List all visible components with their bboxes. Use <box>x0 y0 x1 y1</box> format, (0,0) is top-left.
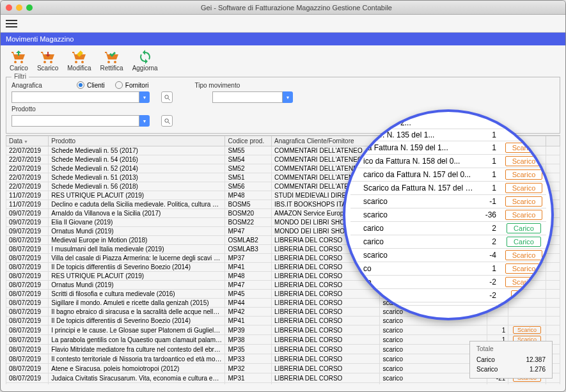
lens-row: carico2Carico <box>350 235 546 249</box>
aggiorna-button[interactable]: Aggiorna <box>129 48 162 73</box>
chevron-down-icon[interactable]: ▾ <box>139 91 150 103</box>
app-window: Gei - Software di Fatturazione Magazzino… <box>0 0 566 392</box>
col-anagrafica[interactable]: Anagrafica Cliente/Fornitore <box>272 136 380 146</box>
tipo-movimento-label: Tipo movimento <box>194 82 240 89</box>
anagrafica-combo[interactable] <box>12 91 139 103</box>
table-row[interactable]: 08/07/2019Davide L Invincibile. Le defin… <box>6 383 560 385</box>
lens-row: Scarico da Fattura N. 157 del 0...1Scari… <box>350 182 546 195</box>
totals-carico-label: Carico <box>476 356 495 363</box>
filters-legend: Filtri <box>12 73 29 80</box>
lens-row: carico2Carico <box>350 222 546 235</box>
prodotto-combo[interactable] <box>12 115 139 127</box>
search-anagrafica-button[interactable] <box>161 91 173 103</box>
svg-point-2 <box>164 118 168 122</box>
close-icon[interactable] <box>6 4 12 11</box>
window-title: Gei - Software di Fatturazione Magazzino… <box>33 4 560 12</box>
tipo-movimento-combo[interactable] <box>212 91 283 103</box>
col-check[interactable] <box>546 136 560 146</box>
lens-row: carico da Fattura N. 157 del 0...1Scaric… <box>350 168 546 182</box>
table-row[interactable]: 08/07/2019I principi e le cause. Le Glos… <box>6 325 560 335</box>
col-prodotto[interactable]: Prodotto <box>49 136 225 146</box>
toolbar: Carico Scarico Modifica Rettifica Aggior… <box>1 45 565 75</box>
totals-label: Totale <box>476 345 546 352</box>
svg-line-3 <box>168 122 169 123</box>
totals-carico-value: 12.387 <box>526 356 546 363</box>
menu-icon[interactable] <box>6 20 17 27</box>
totals-scarico-label: Scarico <box>476 366 498 373</box>
chevron-down-icon[interactable]: ▾ <box>139 115 150 127</box>
chevron-down-icon[interactable]: ▾ <box>283 91 293 103</box>
section-header: Movimenti Magazzino <box>1 33 565 45</box>
magnifier-lens: N. 136 del 2...D.D.T. N. 135 del 1...1da… <box>343 109 554 320</box>
scarico-button[interactable]: Scarico <box>33 48 62 73</box>
table-row[interactable]: 08/07/2019Il De topicis differentiis di … <box>6 317 560 325</box>
totals-panel: Totale Carico 12.387 Scarico 1.276 <box>469 341 553 379</box>
lens-row: scarico-1Scarico <box>350 195 546 208</box>
modifica-button[interactable]: Modifica <box>63 48 95 73</box>
rettifica-button[interactable]: Rettifica <box>97 48 127 73</box>
prodotto-label: Prodotto <box>12 106 36 113</box>
col-codice[interactable]: Codice prod. <box>225 136 272 146</box>
lens-row: co-2Scarico <box>350 276 546 289</box>
radio-fornitori[interactable]: Fornitori <box>115 81 149 89</box>
menubar <box>1 15 565 33</box>
maximize-icon[interactable] <box>26 4 33 11</box>
radio-clienti[interactable]: Clienti <box>77 81 105 89</box>
totals-scarico-value: 1.276 <box>530 366 546 373</box>
search-prodotto-button[interactable] <box>161 115 173 127</box>
window-controls <box>6 4 33 11</box>
lens-row: scarico-36Scarico <box>350 208 546 222</box>
svg-point-0 <box>164 95 168 98</box>
lens-row: ico da Fattura N. 158 del 0...1Scarico <box>350 155 546 168</box>
titlebar: Gei - Software di Fatturazione Magazzino… <box>1 1 565 15</box>
lens-row: scarico-4Scarico <box>350 249 546 262</box>
carico-button[interactable]: Carico <box>6 48 32 73</box>
col-data[interactable]: Data <box>6 136 49 146</box>
lens-row: co1Scarico <box>350 262 546 276</box>
minimize-icon[interactable] <box>16 4 22 11</box>
svg-line-1 <box>168 98 169 100</box>
anagrafica-label: Anagrafica <box>12 82 69 89</box>
lens-row: da Fattura N. 159 del 1...1Scarico <box>350 141 546 155</box>
